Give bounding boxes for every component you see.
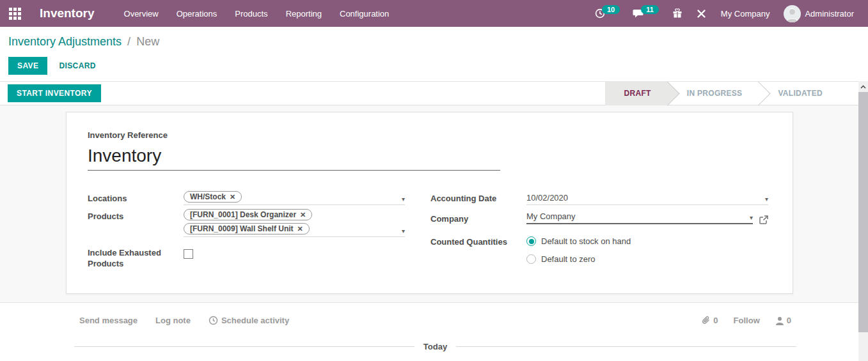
- form-sheet: Inventory Reference Locations WH/Stock ✕: [66, 112, 793, 294]
- discard-button[interactable]: DISCARD: [59, 61, 95, 70]
- form-view-background: Inventory Reference Locations WH/Stock ✕: [0, 105, 868, 302]
- breadcrumb-root[interactable]: Inventory Adjustments: [8, 35, 122, 48]
- radio-default-to-zero[interactable]: Default to zero: [526, 254, 768, 264]
- company-field[interactable]: My Company ▾: [526, 210, 753, 224]
- statusbar: START INVENTORY DRAFT IN PROGRESS VALIDA…: [0, 81, 868, 105]
- messages-button[interactable]: 11: [627, 5, 664, 22]
- company-dropdown-icon[interactable]: ▾: [745, 214, 753, 221]
- locations-dropdown-icon[interactable]: ▾: [397, 196, 405, 203]
- log-note-button[interactable]: Log note: [155, 316, 191, 325]
- remove-tag-icon[interactable]: ✕: [300, 211, 306, 219]
- product-tag[interactable]: [FURN_0001] Desk Organizer ✕: [184, 209, 312, 220]
- status-steps: DRAFT IN PROGRESS VALIDATED: [605, 81, 839, 105]
- accounting-date-value[interactable]: 10/02/2020: [526, 193, 568, 203]
- menu-products[interactable]: Products: [228, 5, 274, 22]
- control-panel-buttons: SAVE DISCARD: [8, 57, 858, 75]
- control-panel: Inventory Adjustments / New SAVE DISCARD: [0, 27, 868, 81]
- company-value[interactable]: My Company: [526, 211, 576, 221]
- main-menu: Overview Operations Products Reporting C…: [118, 5, 396, 22]
- schedule-activity-button[interactable]: Schedule activity: [209, 316, 289, 325]
- radio-default-stock-on-hand[interactable]: Default to stock on hand: [526, 236, 768, 246]
- menu-reporting[interactable]: Reporting: [280, 5, 328, 22]
- inventory-reference-input[interactable]: [88, 144, 500, 171]
- today-divider: Today: [74, 342, 796, 351]
- attachments-button[interactable]: 0: [701, 316, 718, 325]
- grid-icon: [9, 8, 21, 20]
- products-dropdown-icon[interactable]: ▾: [397, 227, 405, 234]
- radio-unselected-icon: [526, 254, 536, 264]
- include-exhausted-checkbox[interactable]: [184, 249, 193, 259]
- products-field[interactable]: [FURN_0001] Desk Organizer ✕ [FURN_0009]…: [184, 209, 405, 237]
- user-menu[interactable]: Administrator: [778, 3, 862, 25]
- products-label: Products: [88, 208, 184, 240]
- systray: 10 11: [589, 3, 862, 25]
- form-left-column: Locations WH/Stock ✕ ▾: [88, 190, 405, 273]
- gift-icon: [672, 8, 683, 19]
- attachments-count: 0: [713, 316, 718, 325]
- vertical-scrollbar[interactable]: [858, 81, 868, 361]
- scroll-up-icon[interactable]: [858, 81, 868, 92]
- company-label: Company: [430, 207, 526, 227]
- paperclip-icon: [701, 316, 711, 325]
- activities-button[interactable]: 10: [589, 5, 625, 22]
- tools-icon: [696, 8, 707, 19]
- top-navbar: Inventory Overview Operations Products R…: [0, 0, 868, 27]
- company-switcher[interactable]: My Company: [714, 6, 777, 21]
- breadcrumb: Inventory Adjustments / New: [8, 35, 858, 49]
- clock-icon: [209, 316, 218, 325]
- messages-count-badge: 11: [641, 5, 659, 14]
- accounting-date-label: Accounting Date: [430, 190, 526, 207]
- scrollbar-thumb[interactable]: [858, 92, 868, 332]
- app-title[interactable]: Inventory: [40, 6, 95, 20]
- activities-count-badge: 10: [602, 5, 620, 14]
- menu-operations[interactable]: Operations: [170, 5, 224, 22]
- chatter: Send message Log note Schedule activity …: [0, 302, 868, 351]
- breadcrumb-separator: /: [125, 35, 133, 48]
- apps-menu-icon[interactable]: [0, 0, 29, 27]
- user-name: Administrator: [805, 9, 854, 19]
- remove-tag-icon[interactable]: ✕: [230, 193, 235, 201]
- location-tag[interactable]: WH/Stock ✕: [184, 191, 242, 203]
- followers-count: 0: [787, 316, 791, 325]
- save-button[interactable]: SAVE: [8, 57, 47, 75]
- avatar: [784, 5, 801, 22]
- follow-button[interactable]: Follow: [734, 316, 760, 325]
- debug-tools-button[interactable]: [691, 6, 712, 22]
- breadcrumb-current: New: [136, 35, 159, 48]
- accounting-date-field[interactable]: 10/02/2020 ▾: [526, 191, 768, 205]
- external-link-icon[interactable]: [759, 215, 768, 224]
- form-columns: Locations WH/Stock ✕ ▾: [88, 190, 771, 273]
- inventory-reference-label: Inventory Reference: [88, 130, 771, 140]
- remove-tag-icon[interactable]: ✕: [297, 225, 303, 233]
- send-message-button[interactable]: Send message: [79, 316, 138, 325]
- step-validated[interactable]: VALIDATED: [759, 81, 839, 105]
- locations-field[interactable]: WH/Stock ✕ ▾: [184, 191, 405, 205]
- menu-configuration[interactable]: Configuration: [333, 5, 395, 22]
- followers-button[interactable]: 0: [775, 316, 791, 325]
- radio-selected-icon: [526, 236, 536, 246]
- menu-overview[interactable]: Overview: [118, 5, 165, 22]
- person-icon: [775, 316, 784, 325]
- step-draft[interactable]: DRAFT: [605, 81, 668, 105]
- today-label: Today: [414, 342, 456, 351]
- gift-button[interactable]: [667, 5, 688, 22]
- accounting-date-dropdown-icon[interactable]: ▾: [760, 196, 768, 203]
- counted-quantities-label: Counted Quantities: [430, 227, 526, 273]
- form-right-column: Accounting Date 10/02/2020 ▾ Company My …: [430, 190, 768, 273]
- include-exhausted-label: Include Exhausted Products: [88, 240, 184, 273]
- start-inventory-button[interactable]: START INVENTORY: [8, 84, 101, 102]
- step-in-progress[interactable]: IN PROGRESS: [668, 81, 759, 105]
- locations-label: Locations: [88, 190, 184, 208]
- product-tag[interactable]: [FURN_0009] Wall Shelf Unit ✕: [184, 223, 310, 234]
